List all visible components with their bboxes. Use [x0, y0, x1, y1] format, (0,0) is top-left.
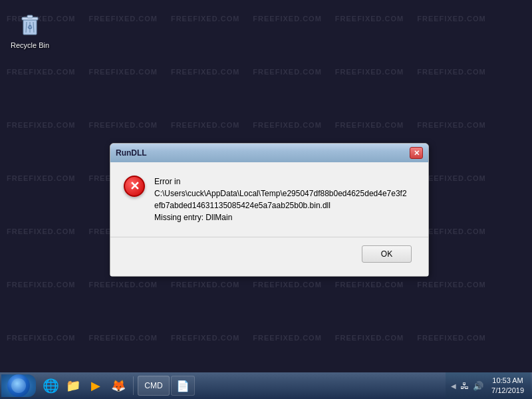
error-x-symbol: ✕ [130, 179, 140, 194]
watermark-text: FREEFIXED.COM [329, 15, 410, 23]
dialog-body: ✕ Error in C:\Users\cuck\AppData\Local\T… [110, 162, 428, 276]
ie-taskbar-icon[interactable]: 🌐 [40, 375, 61, 396]
watermark-text: FREEFIXED.COM [0, 281, 82, 289]
watermark-text: FREEFIXED.COM [329, 68, 410, 76]
firefox-taskbar-icon[interactable]: 🦊 [108, 375, 129, 396]
watermark-text: FREEFIXED.COM [329, 334, 410, 342]
watermark-text: FREEFIXED.COM [329, 281, 410, 289]
watermark-text: FREEFIXED.COM [164, 121, 246, 129]
message-line3: efb7abded14631135085424e5a7aab25b0b.bin.… [154, 201, 331, 210]
taskbar: 🌐 📁 ▶ 🦊 CMD 📄 ◀ 🖧 🔊 10:53 AM 7/12/2019 [0, 372, 532, 399]
recycle-bin-icon[interactable]: ♻ Recycle Bin [7, 7, 53, 53]
ie-icon: 🌐 [43, 378, 59, 394]
notepad-icon: 📄 [176, 380, 190, 392]
watermark-text: FREEFIXED.COM [0, 174, 82, 182]
notepad-taskbar-icon[interactable]: 📄 [171, 376, 195, 396]
volume-tray-icon[interactable]: 🔊 [473, 381, 483, 391]
explorer-icon: 📁 [66, 378, 80, 393]
watermark-text: FREEFIXED.COM [164, 15, 246, 23]
clock-date: 7/12/2019 [491, 386, 524, 396]
watermark-text: FREEFIXED.COM [82, 68, 164, 76]
message-line1: Error in [154, 177, 180, 186]
desktop: FREEFIXED.COM FREEFIXED.COM FREEFIXED.CO… [0, 0, 532, 372]
watermark-text: FREEFIXED.COM [246, 281, 328, 289]
ok-button[interactable]: OK [362, 245, 412, 263]
start-button[interactable] [1, 374, 36, 397]
watermark-text: FREEFIXED.COM [164, 334, 246, 342]
watermark-text: FREEFIXED.COM [82, 281, 164, 289]
network-tray-icon[interactable]: 🖧 [460, 381, 469, 391]
watermark-text: FREEFIXED.COM [246, 15, 328, 23]
media-player-taskbar-icon[interactable]: ▶ [85, 375, 106, 396]
close-icon: ✕ [414, 149, 420, 158]
dialog-message-text: Error in C:\Users\cuck\AppData\Local\Tem… [154, 176, 407, 223]
dialog-titlebar: RunDLL ✕ [110, 144, 428, 162]
watermark-text: FREEFIXED.COM [410, 334, 492, 342]
error-icon: ✕ [124, 176, 145, 197]
clock-time: 10:53 AM [491, 376, 524, 386]
watermark-text: FREEFIXED.COM [164, 281, 246, 289]
watermark-text: FREEFIXED.COM [0, 68, 82, 76]
taskbar-separator-1 [133, 376, 134, 395]
dialog-close-button[interactable]: ✕ [410, 147, 423, 159]
watermark-text: FREEFIXED.COM [82, 121, 164, 129]
cmd-taskbar-icon[interactable]: CMD [138, 376, 170, 396]
recycle-bin-label: Recycle Bin [11, 41, 49, 49]
system-tray: ◀ 🖧 🔊 10:53 AM 7/12/2019 [446, 372, 531, 399]
watermark-text: FREEFIXED.COM [82, 15, 164, 23]
watermark-text: FREEFIXED.COM [0, 227, 82, 235]
dialog-separator [110, 237, 428, 237]
message-line2: C:\Users\cuck\AppData\Local\Temp\e295047… [154, 189, 407, 198]
watermark-text: FREEFIXED.COM [0, 334, 82, 342]
svg-rect-2 [27, 15, 33, 18]
firefox-icon: 🦊 [111, 378, 126, 393]
watermark-text: FREEFIXED.COM [410, 121, 492, 129]
dialog-content-area: ✕ Error in C:\Users\cuck\AppData\Local\T… [124, 176, 415, 223]
svg-text:♻: ♻ [27, 24, 33, 31]
start-orb [7, 374, 30, 397]
rundll-dialog: RunDLL ✕ ✕ Error in C:\Users\cuck\AppDat… [110, 143, 429, 277]
message-line4: Missing entry: DllMain [154, 213, 232, 222]
recycle-bin-image: ♻ [17, 9, 43, 36]
explorer-taskbar-icon[interactable]: 📁 [63, 375, 84, 396]
start-orb-inner [11, 378, 26, 393]
watermark-text: FREEFIXED.COM [164, 68, 246, 76]
watermark-text: FREEFIXED.COM [410, 15, 492, 23]
watermark-text: FREEFIXED.COM [0, 121, 82, 129]
media-player-icon: ▶ [91, 378, 100, 393]
dialog-footer: OK [124, 245, 415, 266]
watermark-text: FREEFIXED.COM [246, 121, 328, 129]
system-clock[interactable]: 10:53 AM 7/12/2019 [487, 376, 528, 396]
watermark-text: FREEFIXED.COM [410, 68, 492, 76]
watermark-text: FREEFIXED.COM [246, 68, 328, 76]
watermark-text: FREEFIXED.COM [82, 334, 164, 342]
watermark-text: FREEFIXED.COM [246, 334, 328, 342]
cmd-icon: CMD [144, 381, 162, 390]
watermark-text: FREEFIXED.COM [410, 281, 492, 289]
dialog-title: RunDLL [116, 148, 147, 158]
expand-tray-icon[interactable]: ◀ [451, 382, 456, 390]
watermark-text: FREEFIXED.COM [329, 121, 410, 129]
